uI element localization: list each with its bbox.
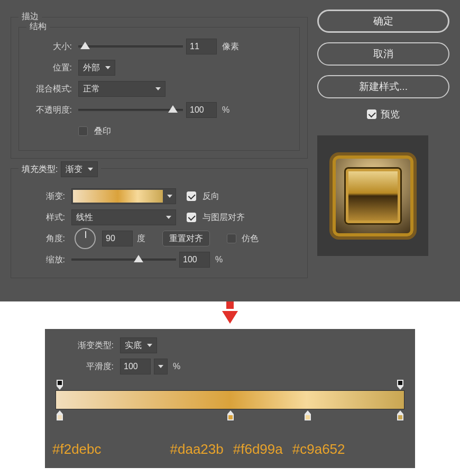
position-value: 外部 — [83, 62, 100, 74]
arrow-connector — [0, 301, 460, 324]
size-slider[interactable] — [78, 44, 183, 49]
smooth-input[interactable] — [120, 359, 151, 374]
right-column: 确定 取消 新建样式... 预览 — [317, 10, 449, 292]
opacity-label: 不透明度: — [25, 105, 72, 116]
gradient-picker[interactable] — [71, 188, 176, 204]
gradtype-select[interactable]: 实底 — [120, 337, 157, 353]
ok-button[interactable]: 确定 — [317, 10, 449, 33]
new-style-button[interactable]: 新建样式... — [317, 75, 449, 98]
chevron-down-icon — [147, 344, 152, 347]
gradient-editor-panel: 渐变类型: 实底 平滑度: % — [45, 329, 415, 468]
gradtype-label: 渐变类型: — [56, 340, 114, 351]
angle-input[interactable] — [102, 231, 133, 246]
preview-thumbnail — [317, 135, 428, 256]
chevron-down-icon — [88, 168, 93, 171]
color-stop-0[interactable] — [56, 410, 64, 420]
align-checkbox[interactable] — [187, 213, 196, 222]
style-select[interactable]: 线性 — [71, 209, 176, 225]
overprint-label: 叠印 — [94, 126, 111, 137]
reverse-checkbox[interactable] — [187, 191, 196, 201]
dither-label: 仿色 — [242, 233, 259, 244]
hex-1: #daa23b — [170, 441, 224, 457]
color-stop-3[interactable] — [396, 410, 404, 420]
preview-checkbox[interactable] — [367, 109, 376, 119]
gradient-bar[interactable] — [56, 390, 404, 409]
style-value: 线性 — [76, 212, 93, 223]
chevron-down-icon — [155, 87, 161, 90]
opacity-stop-right[interactable] — [396, 380, 404, 390]
smooth-dropdown[interactable] — [154, 359, 168, 374]
structure-fieldset: 结构 大小: 像素 位置: 外部 — [19, 27, 300, 151]
smooth-unit: % — [173, 362, 180, 371]
opacity-unit: % — [222, 105, 229, 115]
position-label: 位置: — [25, 62, 72, 74]
reverse-label: 反向 — [203, 191, 219, 202]
hex-3: #c9a652 — [292, 441, 345, 457]
filltype-value: 渐变 — [66, 164, 82, 175]
gradient-editor — [56, 382, 404, 436]
opacity-slider[interactable] — [78, 107, 183, 113]
opacity-stop-left[interactable] — [56, 380, 64, 390]
opacity-input[interactable] — [186, 102, 217, 118]
angle-dial[interactable] — [75, 228, 96, 249]
left-column: 描边 结构 大小: 像素 位置: 外部 — [11, 10, 308, 292]
overprint-checkbox[interactable] — [78, 126, 88, 136]
structure-title: 结构 — [26, 21, 50, 32]
filltype-select[interactable]: 渐变 — [61, 161, 98, 177]
filltype-label: 填充类型: — [22, 164, 58, 175]
stroke-title: 描边 — [19, 11, 42, 22]
chevron-down-icon — [158, 365, 163, 368]
size-unit: 像素 — [222, 41, 239, 52]
gradient-swatch — [73, 190, 163, 203]
chevron-down-icon — [166, 216, 171, 219]
smooth-label: 平滑度: — [56, 361, 114, 372]
size-label: 大小: — [25, 41, 72, 52]
blendmode-select[interactable]: 正常 — [78, 81, 165, 97]
reset-align-button[interactable]: 重置对齐 — [162, 231, 210, 246]
chevron-down-icon — [167, 195, 172, 198]
stroke-options-panel: 描边 结构 大小: 像素 位置: 外部 — [0, 0, 460, 301]
scale-unit: % — [215, 255, 223, 264]
angle-unit: 度 — [137, 233, 145, 244]
stroke-fieldset: 描边 结构 大小: 像素 位置: 外部 — [11, 17, 308, 159]
dither-checkbox[interactable] — [227, 234, 236, 243]
gradtype-value: 实底 — [125, 340, 142, 351]
position-select[interactable]: 外部 — [78, 60, 115, 76]
scale-slider[interactable] — [71, 257, 176, 262]
align-label: 与图层对齐 — [203, 212, 245, 223]
blendmode-label: 混合模式: — [25, 84, 72, 95]
preview-icon — [329, 152, 417, 240]
hex-2: #f6d99a — [233, 441, 283, 457]
size-input[interactable] — [186, 39, 217, 54]
blendmode-value: 正常 — [83, 84, 100, 95]
style-label: 样式: — [19, 212, 65, 223]
chevron-down-icon — [105, 66, 111, 69]
cancel-button[interactable]: 取消 — [317, 42, 449, 66]
color-stop-1[interactable] — [226, 410, 235, 420]
gradient-label: 渐变: — [19, 191, 65, 202]
angle-label: 角度: — [19, 233, 65, 244]
scale-input[interactable] — [179, 252, 210, 268]
color-stop-2[interactable] — [303, 410, 312, 420]
preview-label: 预览 — [381, 108, 400, 121]
hex-0: #f2debc — [52, 441, 102, 457]
fill-fieldset: 填充类型: 渐变 渐变: 反向 样式: 线 — [11, 168, 308, 278]
scale-label: 缩放: — [19, 254, 65, 266]
hex-labels-row: #f2debc #daa23b #f6d99a #c9a652 — [56, 441, 404, 457]
